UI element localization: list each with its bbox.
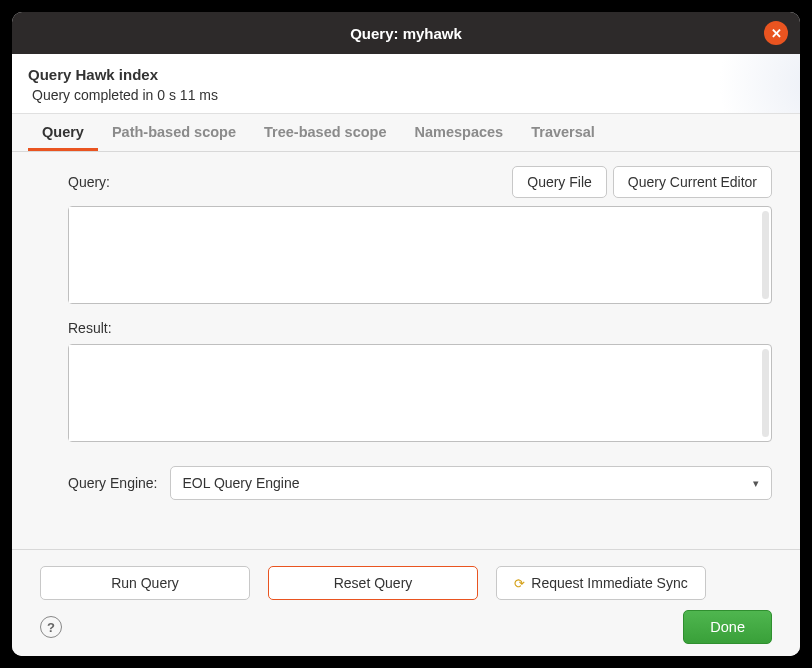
result-label: Result: xyxy=(68,320,772,336)
engine-selected-value: EOL Query Engine xyxy=(183,475,300,491)
query-row-header: Query: Query File Query Current Editor xyxy=(40,166,772,198)
engine-row: Query Engine: EOL Query Engine ▾ xyxy=(68,466,772,500)
help-button[interactable]: ? xyxy=(40,616,62,638)
tab-bar: Query Path-based scope Tree-based scope … xyxy=(12,114,800,152)
dialog-footer: Run Query Reset Query ⟳ Request Immediat… xyxy=(12,549,800,656)
page-title: Query Hawk index xyxy=(28,66,784,83)
query-current-editor-button[interactable]: Query Current Editor xyxy=(613,166,772,198)
sync-icon: ⟳ xyxy=(514,576,525,591)
dialog-header: Query Hawk index Query completed in 0 s … xyxy=(12,54,800,114)
scrollbar[interactable] xyxy=(762,349,769,437)
query-textarea-wrap xyxy=(68,206,772,304)
tab-namespaces[interactable]: Namespaces xyxy=(401,114,518,151)
window-title: Query: myhawk xyxy=(350,25,462,42)
query-tab-content: Query: Query File Query Current Editor R… xyxy=(12,152,800,549)
tab-tree-scope[interactable]: Tree-based scope xyxy=(250,114,401,151)
tab-traversal[interactable]: Traversal xyxy=(517,114,609,151)
close-icon: ✕ xyxy=(771,27,782,40)
tab-path-scope[interactable]: Path-based scope xyxy=(98,114,250,151)
scrollbar[interactable] xyxy=(762,211,769,299)
action-button-row: Run Query Reset Query ⟳ Request Immediat… xyxy=(40,566,772,600)
reset-query-button[interactable]: Reset Query xyxy=(268,566,478,600)
dialog-window: Query: myhawk ✕ Query Hawk index Query c… xyxy=(12,12,800,656)
titlebar: Query: myhawk ✕ xyxy=(12,12,800,54)
chevron-down-icon: ▾ xyxy=(753,477,759,490)
tab-query[interactable]: Query xyxy=(28,114,98,151)
footer-bottom: ? Done xyxy=(40,610,772,644)
status-text: Query completed in 0 s 11 ms xyxy=(28,87,784,103)
engine-select[interactable]: EOL Query Engine ▾ xyxy=(170,466,773,500)
query-label: Query: xyxy=(68,174,110,190)
query-textarea[interactable] xyxy=(69,207,761,303)
query-file-button[interactable]: Query File xyxy=(512,166,607,198)
result-textarea[interactable] xyxy=(69,345,761,441)
close-button[interactable]: ✕ xyxy=(764,21,788,45)
done-button[interactable]: Done xyxy=(683,610,772,644)
result-textarea-wrap xyxy=(68,344,772,442)
engine-label: Query Engine: xyxy=(68,475,158,491)
run-query-button[interactable]: Run Query xyxy=(40,566,250,600)
request-sync-button[interactable]: ⟳ Request Immediate Sync xyxy=(496,566,706,600)
help-icon: ? xyxy=(47,620,55,635)
